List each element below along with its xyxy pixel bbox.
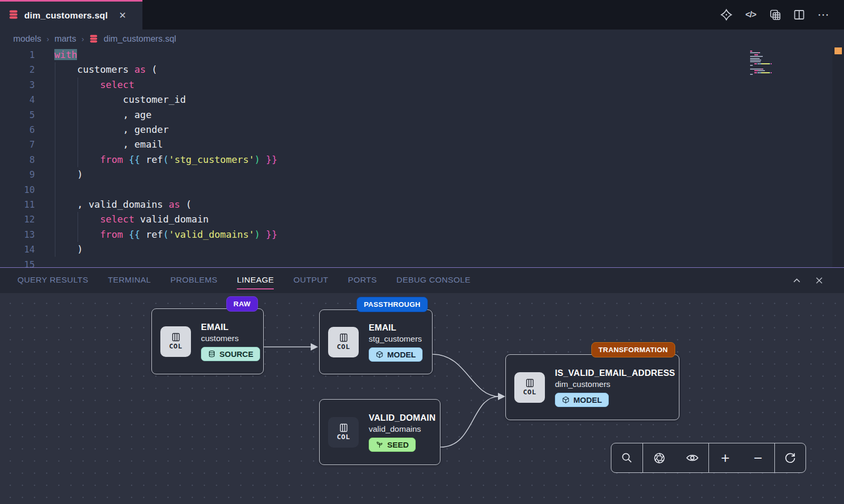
minimap-line [750, 74, 753, 75]
zoom-out-icon[interactable]: − [747, 448, 769, 469]
minimap-line [750, 52, 760, 53]
node-title: EMAIL [369, 323, 423, 333]
lineage-node-stg-customers[interactable]: PASSTHROUGH COL EMAIL stg_customers MODE… [319, 309, 433, 374]
minimap-line [750, 60, 761, 61]
seedling-icon [376, 441, 383, 449]
node-subtitle: customers [201, 334, 260, 343]
breadcrumb-marts[interactable]: marts [54, 34, 76, 44]
code-line[interactable]: 14 ) [0, 242, 744, 257]
minimap-line [750, 65, 753, 66]
breadcrumb-file[interactable]: dim_customers.sql [103, 34, 176, 44]
breadcrumb: models › marts › dim_customers.sql [0, 30, 844, 47]
panel-tab-debug-console[interactable]: DEBUG CONSOLE [397, 272, 471, 289]
panel-tab-terminal[interactable]: TERMINAL [108, 272, 151, 289]
column-icon: COL [514, 372, 545, 403]
more-actions-icon[interactable]: ⋯ [817, 8, 830, 22]
tabbar-actions: </> ⋯ [720, 0, 844, 30]
code-line[interactable]: 1with [0, 47, 744, 62]
editor-tab-bar: dim_customers.sql ✕ </> [0, 0, 844, 30]
badge-source: SOURCE [201, 347, 260, 361]
chevron-up-icon[interactable] [792, 276, 802, 286]
node-title: EMAIL [201, 322, 260, 332]
line-number: 5 [0, 108, 35, 122]
minimap-line [750, 51, 752, 52]
tag-passthrough: PASSTHROUGH [357, 297, 428, 312]
refresh-icon[interactable] [780, 448, 801, 469]
eye-icon[interactable] [682, 448, 703, 469]
column-icon: COL [160, 326, 191, 357]
column-icon: COL [328, 417, 359, 448]
minimap-line [750, 72, 772, 73]
minimap-line [750, 56, 763, 57]
code-line[interactable]: 2 customers as ( [0, 62, 744, 77]
minimap-line [750, 70, 765, 71]
line-number: 6 [0, 122, 35, 137]
tab-dim-customers[interactable]: dim_customers.sql ✕ [0, 0, 142, 30]
search-icon[interactable] [617, 448, 638, 469]
line-number: 7 [0, 137, 35, 152]
tab-close-icon[interactable]: ✕ [119, 11, 126, 20]
panel-tab-query-results[interactable]: QUERY RESULTS [17, 272, 88, 289]
zoom-in-icon[interactable]: + [715, 448, 736, 469]
ide-window: dim_customers.sql ✕ </> [0, 0, 844, 504]
cube-icon [376, 351, 383, 358]
minimap-line [750, 69, 763, 70]
lineage-node-customers[interactable]: RAW COL EMAIL customers SOURCE [151, 308, 264, 374]
overview-ruler[interactable] [832, 47, 844, 267]
breadcrumb-models[interactable]: models [13, 34, 41, 44]
database-icon [89, 34, 98, 43]
lineage-toolbar: + − [611, 443, 806, 473]
cube-icon [562, 396, 570, 404]
tag-transformation: TRANSFORMATION [591, 342, 675, 357]
line-number: 8 [0, 152, 35, 167]
lineage-canvas[interactable]: RAW COL EMAIL customers SOURCE PAS [0, 293, 844, 504]
breadcrumb-separator: › [46, 34, 49, 43]
database-icon [208, 350, 216, 358]
line-number: 9 [0, 167, 35, 182]
code-line[interactable]: 15 [0, 257, 744, 267]
code-line[interactable]: 8 from {{ ref('stg_customers') }} [0, 152, 744, 167]
split-editor-icon[interactable] [792, 8, 806, 22]
code-line[interactable]: 7 , email [0, 137, 744, 152]
badge-model: MODEL [555, 393, 609, 407]
code-line[interactable]: 11 , valid_domains as ( [0, 197, 744, 212]
code-line[interactable]: 5 , age [0, 108, 744, 122]
selection-marker [835, 47, 842, 54]
node-title: VALID_DOMAIN [369, 413, 436, 423]
node-subtitle: valid_domains [369, 424, 436, 434]
minimap[interactable] [750, 49, 809, 265]
line-number: 11 [0, 197, 35, 212]
code-icon[interactable]: </> [744, 8, 757, 22]
code-line[interactable]: 10 [0, 182, 744, 197]
lineage-node-dim-customers[interactable]: TRANSFORMATION COL IS_VALID_EMAIL_ADDRES… [505, 354, 679, 420]
code-editor[interactable]: 1with2 customers as (3 select4 customer_… [0, 47, 844, 267]
lineage-node-valid-domains[interactable]: COL VALID_DOMAIN valid_domains SEED [319, 399, 440, 465]
code-line[interactable]: 13 from {{ ref('valid_domains') }} [0, 227, 744, 242]
tag-raw: RAW [226, 296, 258, 312]
column-icon: COL [328, 327, 359, 357]
panel-tab-problems[interactable]: PROBLEMS [170, 272, 217, 289]
panel-close-icon[interactable] [814, 276, 824, 286]
minimap-line [750, 61, 761, 62]
badge-model: MODEL [369, 347, 423, 362]
line-number: 13 [0, 227, 35, 242]
code-line[interactable]: 3 select [0, 77, 744, 92]
copy-table-icon[interactable] [768, 8, 782, 22]
badge-seed: SEED [369, 438, 416, 452]
panel-tab-output[interactable]: OUTPUT [293, 272, 328, 289]
aperture-icon[interactable] [649, 448, 670, 469]
panel-tab-lineage[interactable]: LINEAGE [237, 272, 274, 289]
dbt-logo-icon[interactable] [720, 8, 733, 22]
line-number: 12 [0, 212, 35, 227]
code-line[interactable]: 12 select valid_domain [0, 212, 744, 227]
line-number: 3 [0, 77, 35, 92]
line-number: 1 [0, 47, 35, 62]
minimap-line [750, 54, 758, 55]
node-subtitle: dim_customers [555, 380, 675, 389]
code-line[interactable]: 6 , gender [0, 122, 744, 137]
code-line[interactable]: 9 ) [0, 167, 744, 182]
node-subtitle: stg_customers [369, 334, 423, 344]
database-icon [8, 9, 18, 22]
panel-tab-ports[interactable]: PORTS [348, 272, 377, 289]
code-line[interactable]: 4 customer_id [0, 92, 744, 107]
